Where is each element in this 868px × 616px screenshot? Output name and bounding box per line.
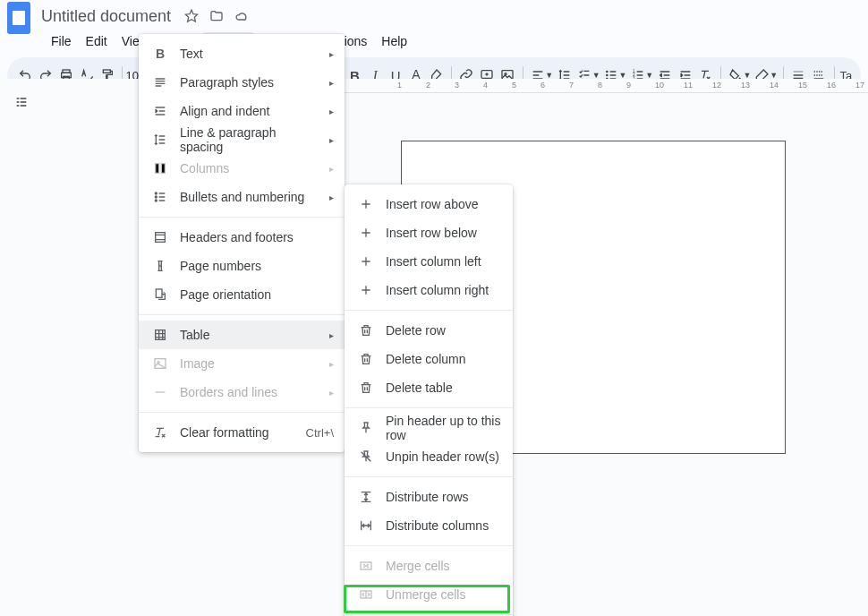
trash-icon xyxy=(357,350,375,368)
submenu-arrow-icon: ▸ xyxy=(329,49,334,59)
table-item-insert-column-right[interactable]: Insert column right xyxy=(345,276,513,304)
pin-icon xyxy=(357,419,375,437)
menu-file[interactable]: File xyxy=(45,32,78,50)
document-title[interactable]: Untitled document xyxy=(41,7,171,26)
format-item-line-paragraph-spacing[interactable]: Line & paragraph spacing▸ xyxy=(139,125,345,154)
svg-point-17 xyxy=(155,196,157,198)
orientation-icon xyxy=(151,286,169,304)
table-item-distribute-columns[interactable]: Distribute columns xyxy=(345,511,513,540)
format-item-page-numbers[interactable]: #Page numbers xyxy=(139,252,345,280)
borders-icon xyxy=(151,383,169,401)
ruler-tick: 17 xyxy=(855,81,864,90)
docs-logo-icon[interactable] xyxy=(7,2,30,34)
submenu-arrow-icon: ▸ xyxy=(329,192,334,202)
separator xyxy=(345,545,513,546)
table-item-insert-row-below[interactable]: Insert row below xyxy=(345,218,513,247)
menu-item-label: Text xyxy=(180,47,319,61)
menu-item-label: Borders and lines xyxy=(180,385,319,399)
format-item-paragraph-styles[interactable]: Paragraph styles▸ xyxy=(139,68,345,97)
move-folder-icon[interactable] xyxy=(208,8,225,24)
star-icon[interactable] xyxy=(183,8,200,24)
ruler-tick: 14 xyxy=(770,81,779,90)
submenu-arrow-icon: ▸ xyxy=(329,359,334,369)
menu-item-label: Insert column right xyxy=(386,283,502,297)
menu-item-label: Insert row below xyxy=(386,226,502,240)
table-item-delete-row[interactable]: Delete row xyxy=(345,316,513,345)
titlebar: Untitled document xyxy=(0,0,868,29)
separator xyxy=(345,407,513,408)
separator xyxy=(139,412,345,413)
ruler-tick: 10 xyxy=(655,81,664,90)
format-dropdown: BText▸Paragraph styles▸Align and indent▸… xyxy=(139,34,345,452)
menu-item-label: Columns xyxy=(180,161,319,175)
submenu-arrow-icon: ▸ xyxy=(329,107,334,116)
submenu-arrow-icon: ▸ xyxy=(329,388,334,398)
menu-item-label: Paragraph styles xyxy=(180,75,319,90)
table-item-pin-header-up-to-this-row[interactable]: Pin header up to this row xyxy=(345,414,513,442)
table-item-delete-table[interactable]: Delete table xyxy=(345,373,513,402)
submenu-arrow-icon: ▸ xyxy=(329,164,334,174)
trash-icon xyxy=(357,321,375,339)
table-item-insert-column-left[interactable]: Insert column left xyxy=(345,247,513,276)
bullets-icon xyxy=(151,188,169,206)
columns-icon xyxy=(151,159,169,177)
menu-help[interactable]: Help xyxy=(375,32,413,50)
format-item-align-and-indent[interactable]: Align and indent▸ xyxy=(139,97,345,125)
table-item-distribute-rows[interactable]: Distribute rows xyxy=(345,483,513,511)
menu-item-label: Bullets and numbering xyxy=(180,190,319,204)
svg-point-16 xyxy=(155,192,157,194)
format-item-clear-formatting[interactable]: Clear formattingCtrl+\ xyxy=(139,418,345,447)
format-item-image: Image▸ xyxy=(139,349,345,378)
separator xyxy=(139,314,345,315)
menu-item-label: Page orientation xyxy=(180,287,334,302)
ruler-tick: 11 xyxy=(684,81,693,90)
align-indent-icon xyxy=(151,102,169,120)
separator xyxy=(345,476,513,477)
format-item-columns: Columns▸ xyxy=(139,154,345,183)
cloud-status-icon[interactable] xyxy=(234,8,250,24)
merge-icon xyxy=(357,557,375,575)
menu-item-label: Page numbers xyxy=(180,259,334,273)
clear-format-icon xyxy=(151,424,169,441)
menu-item-label: Merge cells xyxy=(386,559,502,573)
format-item-bullets-and-numbering[interactable]: Bullets and numbering▸ xyxy=(139,183,345,211)
ruler-tick: 6 xyxy=(540,81,545,90)
horizontal-ruler[interactable]: 21123456789101112131415161718 xyxy=(311,79,868,93)
svg-point-18 xyxy=(155,200,157,201)
shortcut-label: Ctrl+\ xyxy=(306,426,334,440)
unmerge-icon xyxy=(357,586,375,603)
svg-point-9 xyxy=(607,74,608,75)
page-numbers-icon: # xyxy=(151,257,169,275)
menu-item-label: Insert column left xyxy=(386,254,502,269)
menu-item-label: Unpin header row(s) xyxy=(386,449,502,464)
table-item-merge-cells: Merge cells xyxy=(345,552,513,580)
menu-item-label: Pin header up to this row xyxy=(386,414,502,442)
table-item-insert-row-above[interactable]: Insert row above xyxy=(345,190,513,218)
format-item-page-orientation[interactable]: Page orientation xyxy=(139,280,345,309)
table-item-unpin-header-row-s-[interactable]: Unpin header row(s) xyxy=(345,442,513,471)
ruler-tick: 15 xyxy=(798,81,807,90)
format-item-table[interactable]: Table▸ xyxy=(139,321,345,349)
plus-icon xyxy=(357,195,375,213)
left-sidebar xyxy=(0,79,43,616)
menu-item-label: Insert row above xyxy=(386,197,502,211)
format-item-text[interactable]: BText▸ xyxy=(139,39,345,68)
format-item-headers-and-footers[interactable]: Headers and footers xyxy=(139,223,345,252)
separator xyxy=(345,614,513,615)
plus-icon xyxy=(357,252,375,270)
menu-edit[interactable]: Edit xyxy=(80,32,114,50)
ruler-tick: 4 xyxy=(483,81,488,90)
header-footer-icon xyxy=(151,228,169,246)
image-icon xyxy=(151,355,169,372)
trash-icon xyxy=(357,379,375,397)
ruler-tick: 1 xyxy=(397,81,402,90)
format-item-borders-and-lines: Borders and lines▸ xyxy=(139,378,345,406)
menu-item-label: Distribute rows xyxy=(386,490,502,504)
outline-toggle-icon[interactable] xyxy=(9,90,34,115)
dist-cols-icon xyxy=(357,517,375,535)
menu-item-label: Clear formatting xyxy=(180,425,295,440)
svg-rect-22 xyxy=(156,330,166,340)
table-item-delete-column[interactable]: Delete column xyxy=(345,345,513,373)
separator xyxy=(345,310,513,311)
dist-rows-icon xyxy=(357,488,375,506)
